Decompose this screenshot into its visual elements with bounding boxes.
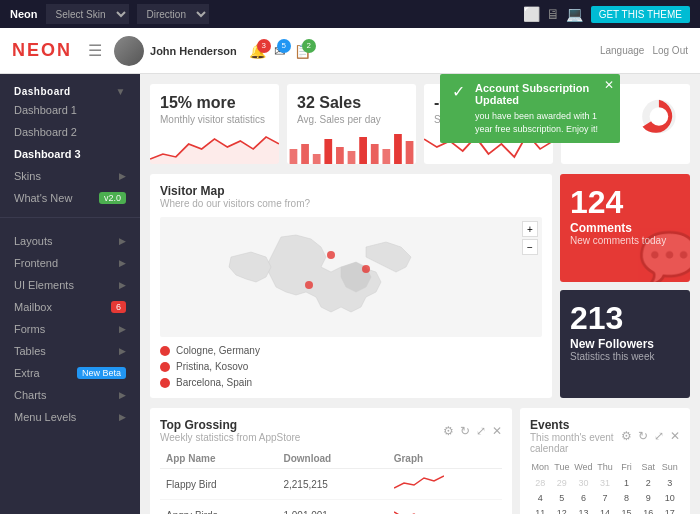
events-refresh-icon[interactable]: ↻: [638, 429, 648, 443]
refresh-icon[interactable]: ↻: [460, 424, 470, 438]
followers-label: New Followers: [570, 337, 680, 351]
events-header: Events This month's event calendar ⚙ ↻ ⤢…: [530, 418, 680, 454]
cal-cell[interactable]: 5: [552, 491, 573, 505]
cal-cell[interactable]: 7: [595, 491, 616, 505]
cal-cell[interactable]: 11: [530, 506, 551, 514]
svg-rect-4: [324, 139, 332, 164]
cal-cell[interactable]: 30: [573, 476, 594, 490]
day-sun: Sun: [659, 460, 680, 474]
location-dot-2: [160, 362, 170, 372]
sales-chart: [287, 129, 416, 164]
cal-cell[interactable]: 16: [638, 506, 659, 514]
table-row: Flappy Bird 2,215,215: [160, 469, 502, 500]
direction-select[interactable]: Direction: [137, 4, 209, 24]
sidebar-item-skins[interactable]: Skins ▶: [0, 165, 140, 187]
sidebar-item-charts[interactable]: Charts ▶: [0, 384, 140, 406]
sidebar-item-menu-levels[interactable]: Menu Levels ▶: [0, 406, 140, 428]
cal-cell[interactable]: 3: [659, 476, 680, 490]
sidebar-item-tables[interactable]: Tables ▶: [0, 340, 140, 362]
events-panel: Events This month's event calendar ⚙ ↻ ⤢…: [520, 408, 690, 514]
sidebar-item-frontend[interactable]: Frontend ▶: [0, 252, 140, 274]
cal-cell[interactable]: 13: [573, 506, 594, 514]
events-actions: ⚙ ↻ ⤢ ✕: [621, 429, 680, 443]
settings-icon[interactable]: ⚙: [443, 424, 454, 438]
svg-rect-5: [336, 147, 344, 164]
language-selector[interactable]: Language: [600, 45, 645, 56]
calendar-grid: Mon Tue Wed Thu Fri Sat Sun 28 29 30 31: [530, 460, 680, 514]
zoom-out-button[interactable]: −: [522, 239, 538, 255]
logout-button[interactable]: Log Out: [652, 45, 688, 56]
sidebar-item-ui-elements[interactable]: UI Elements ▶: [0, 274, 140, 296]
cal-cell[interactable]: 12: [552, 506, 573, 514]
svg-rect-3: [313, 154, 321, 164]
events-close-icon[interactable]: ✕: [670, 429, 680, 443]
notification-body: you have been awarded with 1 year free s…: [475, 110, 608, 135]
svg-point-15: [362, 265, 370, 273]
sidebar-item-mailbox[interactable]: Mailbox 6: [0, 296, 140, 318]
col-graph: Graph: [388, 449, 502, 469]
comments-panel: 124 Comments New comments today 💬: [560, 174, 690, 282]
cal-cell[interactable]: 4: [530, 491, 551, 505]
monitor-icon[interactable]: 🖥: [546, 6, 560, 22]
cal-cell[interactable]: 28: [530, 476, 551, 490]
svg-point-13: [650, 107, 669, 126]
svg-point-16: [305, 281, 313, 289]
sidebar-item-dashboard1[interactable]: Dashboard 1: [0, 99, 140, 121]
expand-icon[interactable]: ⤢: [476, 424, 486, 438]
location-name-2: Pristina, Kosovo: [176, 361, 248, 372]
cal-cell[interactable]: 14: [595, 506, 616, 514]
menu-levels-arrow: ▶: [119, 412, 126, 422]
app-downloads-2: 1,001,001: [277, 500, 387, 515]
day-fri: Fri: [616, 460, 637, 474]
get-theme-button[interactable]: GET THIS THEME: [591, 6, 690, 23]
topbar-icons: ⬜ 🖥 💻: [523, 6, 583, 22]
zoom-in-button[interactable]: +: [522, 221, 538, 237]
header-logo: NEON: [12, 40, 72, 61]
desktop-icon[interactable]: 💻: [566, 6, 583, 22]
message-badge[interactable]: ✉5: [274, 43, 286, 59]
notification-close[interactable]: ✕: [604, 78, 614, 92]
cal-cell[interactable]: 17: [659, 506, 680, 514]
sidebar-item-dashboard2[interactable]: Dashboard 2: [0, 121, 140, 143]
task-count: 2: [302, 39, 316, 53]
events-settings-icon[interactable]: ⚙: [621, 429, 632, 443]
layouts-arrow: ▶: [119, 236, 126, 246]
top-bar: Neon Select Skin Direction ⬜ 🖥 💻 GET THI…: [0, 0, 700, 28]
sidebar-item-dashboard3[interactable]: Dashboard 3: [0, 143, 140, 165]
skins-arrow: ▶: [119, 171, 126, 181]
col-download: Download: [277, 449, 387, 469]
map-area: + −: [160, 217, 542, 337]
cal-week-3: 11 12 13 14 15 16 17: [530, 506, 680, 514]
day-sat: Sat: [638, 460, 659, 474]
location-name-1: Cologne, Germany: [176, 345, 260, 356]
sidebar-item-forms[interactable]: Forms ▶: [0, 318, 140, 340]
cal-cell[interactable]: 15: [616, 506, 637, 514]
cal-cell[interactable]: 10: [659, 491, 680, 505]
task-badge[interactable]: 📋2: [294, 43, 311, 59]
cal-cell[interactable]: 29: [552, 476, 573, 490]
stat-card-visitors: 15% more Monthly visitor statistics: [150, 84, 279, 164]
notification-badge[interactable]: 🔔3: [249, 43, 266, 59]
cal-cell[interactable]: 6: [573, 491, 594, 505]
cal-cell[interactable]: 31: [595, 476, 616, 490]
sidebar-item-extra[interactable]: Extra New Beta: [0, 362, 140, 384]
cal-cell[interactable]: 2: [638, 476, 659, 490]
top-grossing-header: Top Grossing Weekly statistics from AppS…: [160, 418, 502, 443]
app-name-1: Flappy Bird: [160, 469, 277, 500]
sales-value: 32 Sales: [297, 94, 406, 112]
svg-point-14: [327, 251, 335, 259]
events-expand-icon[interactable]: ⤢: [654, 429, 664, 443]
sidebar-item-whats-new[interactable]: What's New v2.0: [0, 187, 140, 209]
menu-icon[interactable]: ☰: [88, 41, 102, 60]
message-count: 5: [277, 39, 291, 53]
top-grossing-title: Top Grossing: [160, 418, 300, 432]
cal-cell[interactable]: 8: [616, 491, 637, 505]
app-name-2: Angry Birds: [160, 500, 277, 515]
tablet-icon[interactable]: ⬜: [523, 6, 540, 22]
whats-new-badge: v2.0: [99, 192, 126, 204]
close-panel-icon[interactable]: ✕: [492, 424, 502, 438]
sidebar-item-layouts[interactable]: Layouts ▶: [0, 230, 140, 252]
cal-cell[interactable]: 9: [638, 491, 659, 505]
skin-select[interactable]: Select Skin: [46, 4, 129, 24]
cal-cell[interactable]: 1: [616, 476, 637, 490]
